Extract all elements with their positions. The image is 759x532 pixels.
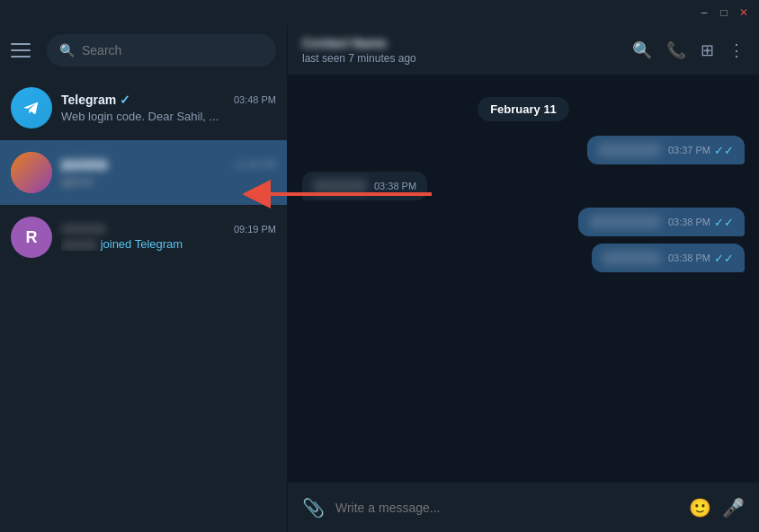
contact1-chat-info: jasmine 11:36 PM ignore [61,157,276,188]
message-text [603,251,661,265]
message-meta: 03:37 PM ✓✓ [668,144,734,157]
contact1-chat-name: jasmine [61,157,108,172]
maximize-button[interactable]: □ [716,4,732,21]
avatar-r: R [11,217,52,258]
message-time: 03:38 PM [374,181,416,191]
message-meta: 03:38 PM ✓✓ [668,216,734,229]
message-text [589,215,661,229]
chat-area: Contact Name last seen 7 minutes ago 🔍 📞… [288,25,759,532]
phone-icon[interactable]: 📞 [666,40,686,60]
table-row: 03:38 PM ✓✓ [302,208,745,236]
chat-item-contact1[interactable]: jasmine 11:36 PM ignore [0,140,287,205]
app-container: 🔍 Telegram ✓ [0,25,759,532]
chat-list: Telegram ✓ 03:48 PM Web login code. Dear… [0,75,287,532]
chat-item-r[interactable]: R 09:19 PM joined Telegram [0,205,287,270]
telegram-chat-name: Telegram ✓ [61,93,130,107]
contact1-chat-preview: ignore [61,174,276,188]
avatar-contact1 [11,152,52,193]
tick-icon: ✓✓ [714,216,734,229]
search-chat-icon[interactable]: 🔍 [632,40,652,60]
search-icon: 🔍 [59,43,75,58]
avatar-telegram [11,87,52,129]
table-row: 03:38 PM ✓✓ [302,244,745,272]
header-actions: 🔍 📞 ⊞ ⋮ [632,40,745,60]
telegram-chat-preview: Web login code. Dear Sahil, ... [61,110,276,123]
r-chat-time: 09:19 PM [234,224,276,235]
more-icon[interactable]: ⋮ [728,40,745,60]
contact1-chat-time: 11:36 PM [234,159,276,170]
table-row: 03:37 PM ✓✓ [302,136,745,164]
telegram-chat-time: 03:48 PM [234,94,276,105]
sidebar: 🔍 Telegram ✓ [0,25,288,532]
message-meta: 03:38 PM ✓✓ [668,252,734,265]
message-text [598,143,661,157]
emoji-icon[interactable]: 🙂 [689,497,711,519]
search-input[interactable] [82,43,263,58]
sidebar-header: 🔍 [0,25,287,75]
chat-header-name: Contact Name [302,36,632,50]
r-chat-preview: joined Telegram [61,237,276,251]
tick-icon: ✓✓ [714,252,734,265]
minimize-button[interactable]: – [696,4,712,21]
search-box[interactable]: 🔍 [47,34,276,66]
telegram-chat-info: Telegram ✓ 03:48 PM Web login code. Dear… [61,93,276,123]
verified-badge: ✓ [120,93,130,107]
chat-header-info: Contact Name last seen 7 minutes ago [302,36,632,65]
hamburger-menu-button[interactable] [11,38,36,63]
message-time: 03:37 PM [668,145,710,155]
message-input-bar: 📎 🙂 🎤 [288,482,759,532]
message-time: 03:38 PM [668,217,710,227]
date-divider: February 11 [302,97,745,121]
close-button[interactable]: ✕ [736,4,752,21]
table-row: 03:38 PM [302,172,745,200]
message-time: 03:38 PM [668,253,710,263]
message-bubble: 03:38 PM ✓✓ [592,244,745,272]
chat-header: Contact Name last seen 7 minutes ago 🔍 📞… [288,25,759,75]
message-bubble: 03:37 PM ✓✓ [587,136,745,164]
message-text [313,179,367,193]
messages-container: February 11 03:37 PM ✓✓ 03:38 PM [288,75,759,482]
layout-icon[interactable]: ⊞ [701,40,714,60]
chat-item-telegram[interactable]: Telegram ✓ 03:48 PM Web login code. Dear… [0,75,287,140]
chat-header-status: last seen 7 minutes ago [302,52,632,65]
mic-icon[interactable]: 🎤 [722,497,745,519]
tick-icon: ✓✓ [714,144,734,157]
r-chat-name [61,224,106,235]
message-input[interactable] [335,501,678,515]
r-chat-info: 09:19 PM joined Telegram [61,224,276,251]
date-badge: February 11 [478,97,569,121]
title-bar: – □ ✕ [0,0,759,25]
message-bubble: 03:38 PM ✓✓ [578,208,745,236]
message-bubble: 03:38 PM [302,172,427,200]
attach-icon[interactable]: 📎 [302,497,325,519]
message-meta: 03:38 PM [374,181,416,191]
